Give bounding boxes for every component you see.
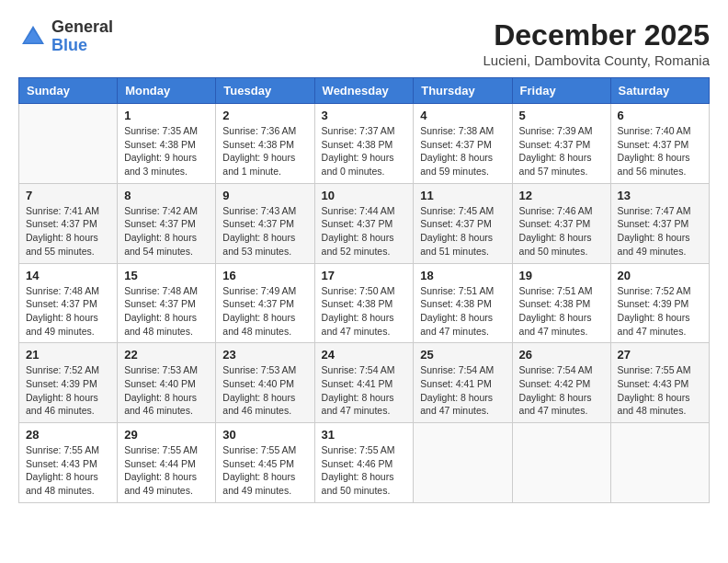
day-number: 13 <box>618 189 702 202</box>
day-number: 19 <box>519 269 604 282</box>
calendar-cell: 9Sunrise: 7:43 AM Sunset: 4:37 PM Daylig… <box>216 183 314 263</box>
calendar-cell: 23Sunrise: 7:53 AM Sunset: 4:40 PM Dayli… <box>216 343 314 423</box>
day-number: 4 <box>420 109 505 122</box>
day-info: Sunrise: 7:52 AM Sunset: 4:39 PM Dayligh… <box>618 284 702 339</box>
calendar-cell: 5Sunrise: 7:39 AM Sunset: 4:37 PM Daylig… <box>512 104 610 184</box>
calendar-cell: 28Sunrise: 7:55 AM Sunset: 4:43 PM Dayli… <box>19 423 118 503</box>
day-number: 8 <box>124 189 209 202</box>
location-subtitle: Lucieni, Dambovita County, Romania <box>483 52 710 68</box>
day-number: 5 <box>519 109 604 122</box>
day-info: Sunrise: 7:54 AM Sunset: 4:42 PM Dayligh… <box>519 363 604 418</box>
day-number: 20 <box>618 269 702 282</box>
weekday-wednesday: Wednesday <box>314 78 414 104</box>
calendar-cell: 18Sunrise: 7:51 AM Sunset: 4:38 PM Dayli… <box>414 263 512 343</box>
week-row-3: 14Sunrise: 7:48 AM Sunset: 4:37 PM Dayli… <box>19 263 710 343</box>
calendar-cell: 15Sunrise: 7:48 AM Sunset: 4:37 PM Dayli… <box>118 263 216 343</box>
month-title: December 2025 <box>483 18 710 52</box>
day-info: Sunrise: 7:37 AM Sunset: 4:38 PM Dayligh… <box>322 124 407 178</box>
day-number: 23 <box>222 348 307 362</box>
calendar-cell: 8Sunrise: 7:42 AM Sunset: 4:37 PM Daylig… <box>118 183 216 263</box>
day-number: 15 <box>124 269 209 282</box>
weekday-thursday: Thursday <box>414 78 512 104</box>
day-number: 16 <box>222 269 307 282</box>
calendar-table: SundayMondayTuesdayWednesdayThursdayFrid… <box>18 77 710 503</box>
day-info: Sunrise: 7:36 AM Sunset: 4:38 PM Dayligh… <box>222 124 307 178</box>
day-info: Sunrise: 7:53 AM Sunset: 4:40 PM Dayligh… <box>222 363 307 418</box>
day-number: 25 <box>420 348 505 362</box>
day-info: Sunrise: 7:49 AM Sunset: 4:37 PM Dayligh… <box>222 284 307 339</box>
day-info: Sunrise: 7:39 AM Sunset: 4:37 PM Dayligh… <box>519 124 604 178</box>
day-info: Sunrise: 7:45 AM Sunset: 4:37 PM Dayligh… <box>420 204 505 259</box>
calendar-cell: 1Sunrise: 7:35 AM Sunset: 4:38 PM Daylig… <box>118 104 216 184</box>
day-number: 9 <box>222 189 307 202</box>
day-number: 12 <box>519 189 604 202</box>
day-info: Sunrise: 7:35 AM Sunset: 4:38 PM Dayligh… <box>124 124 209 178</box>
day-number: 27 <box>618 348 702 362</box>
day-number: 11 <box>420 189 505 202</box>
calendar-cell: 22Sunrise: 7:53 AM Sunset: 4:40 PM Dayli… <box>118 343 216 423</box>
calendar-cell <box>19 104 118 184</box>
calendar-body: 1Sunrise: 7:35 AM Sunset: 4:38 PM Daylig… <box>19 104 710 503</box>
day-number: 2 <box>222 109 307 122</box>
calendar-cell: 26Sunrise: 7:54 AM Sunset: 4:42 PM Dayli… <box>512 343 610 423</box>
calendar-cell: 20Sunrise: 7:52 AM Sunset: 4:39 PM Dayli… <box>610 263 709 343</box>
page-header: General Blue December 2025 Lucieni, Damb… <box>18 18 710 68</box>
day-number: 1 <box>124 109 209 122</box>
day-number: 21 <box>26 348 110 362</box>
weekday-sunday: Sunday <box>19 78 118 104</box>
day-info: Sunrise: 7:46 AM Sunset: 4:37 PM Dayligh… <box>519 204 604 259</box>
day-number: 29 <box>124 428 209 442</box>
day-info: Sunrise: 7:55 AM Sunset: 4:44 PM Dayligh… <box>124 443 209 498</box>
calendar-cell: 6Sunrise: 7:40 AM Sunset: 4:37 PM Daylig… <box>610 104 709 184</box>
logo-blue: Blue <box>51 37 113 55</box>
calendar-cell: 19Sunrise: 7:51 AM Sunset: 4:38 PM Dayli… <box>512 263 610 343</box>
logo-text: General Blue <box>51 18 113 55</box>
logo-general: General <box>51 18 113 37</box>
day-info: Sunrise: 7:52 AM Sunset: 4:39 PM Dayligh… <box>26 363 110 418</box>
day-number: 30 <box>222 428 307 442</box>
calendar-cell: 4Sunrise: 7:38 AM Sunset: 4:37 PM Daylig… <box>414 104 512 184</box>
calendar-cell <box>512 423 610 503</box>
calendar-cell: 14Sunrise: 7:48 AM Sunset: 4:37 PM Dayli… <box>19 263 118 343</box>
day-number: 22 <box>124 348 209 362</box>
day-info: Sunrise: 7:42 AM Sunset: 4:37 PM Dayligh… <box>124 204 209 259</box>
calendar-cell: 21Sunrise: 7:52 AM Sunset: 4:39 PM Dayli… <box>19 343 118 423</box>
calendar-cell: 10Sunrise: 7:44 AM Sunset: 4:37 PM Dayli… <box>314 183 414 263</box>
week-row-1: 1Sunrise: 7:35 AM Sunset: 4:38 PM Daylig… <box>19 104 710 184</box>
day-info: Sunrise: 7:55 AM Sunset: 4:43 PM Dayligh… <box>618 363 702 418</box>
weekday-tuesday: Tuesday <box>216 78 314 104</box>
day-info: Sunrise: 7:55 AM Sunset: 4:45 PM Dayligh… <box>222 443 307 498</box>
calendar-cell: 13Sunrise: 7:47 AM Sunset: 4:37 PM Dayli… <box>610 183 709 263</box>
calendar-cell: 16Sunrise: 7:49 AM Sunset: 4:37 PM Dayli… <box>216 263 314 343</box>
day-info: Sunrise: 7:54 AM Sunset: 4:41 PM Dayligh… <box>420 363 505 418</box>
day-info: Sunrise: 7:38 AM Sunset: 4:37 PM Dayligh… <box>420 124 505 178</box>
day-info: Sunrise: 7:47 AM Sunset: 4:37 PM Dayligh… <box>618 204 702 259</box>
day-number: 31 <box>322 428 407 442</box>
day-info: Sunrise: 7:44 AM Sunset: 4:37 PM Dayligh… <box>322 204 407 259</box>
day-number: 6 <box>618 109 702 122</box>
day-number: 7 <box>26 189 110 202</box>
day-number: 3 <box>322 109 407 122</box>
day-info: Sunrise: 7:50 AM Sunset: 4:38 PM Dayligh… <box>322 284 407 339</box>
day-info: Sunrise: 7:51 AM Sunset: 4:38 PM Dayligh… <box>420 284 505 339</box>
calendar-cell: 12Sunrise: 7:46 AM Sunset: 4:37 PM Dayli… <box>512 183 610 263</box>
week-row-5: 28Sunrise: 7:55 AM Sunset: 4:43 PM Dayli… <box>19 423 710 503</box>
week-row-4: 21Sunrise: 7:52 AM Sunset: 4:39 PM Dayli… <box>19 343 710 423</box>
calendar-cell <box>414 423 512 503</box>
day-info: Sunrise: 7:51 AM Sunset: 4:38 PM Dayligh… <box>519 284 604 339</box>
day-info: Sunrise: 7:53 AM Sunset: 4:40 PM Dayligh… <box>124 363 209 418</box>
calendar-cell: 29Sunrise: 7:55 AM Sunset: 4:44 PM Dayli… <box>118 423 216 503</box>
title-section: December 2025 Lucieni, Dambovita County,… <box>483 18 710 68</box>
weekday-monday: Monday <box>118 78 216 104</box>
day-info: Sunrise: 7:41 AM Sunset: 4:37 PM Dayligh… <box>26 204 110 259</box>
calendar-cell: 3Sunrise: 7:37 AM Sunset: 4:38 PM Daylig… <box>314 104 414 184</box>
logo-icon <box>18 22 48 52</box>
day-info: Sunrise: 7:55 AM Sunset: 4:46 PM Dayligh… <box>322 443 407 498</box>
day-info: Sunrise: 7:43 AM Sunset: 4:37 PM Dayligh… <box>222 204 307 259</box>
day-info: Sunrise: 7:48 AM Sunset: 4:37 PM Dayligh… <box>124 284 209 339</box>
day-info: Sunrise: 7:40 AM Sunset: 4:37 PM Dayligh… <box>618 124 702 178</box>
logo: General Blue <box>18 18 113 55</box>
day-number: 10 <box>322 189 407 202</box>
calendar-cell: 2Sunrise: 7:36 AM Sunset: 4:38 PM Daylig… <box>216 104 314 184</box>
calendar-cell: 25Sunrise: 7:54 AM Sunset: 4:41 PM Dayli… <box>414 343 512 423</box>
